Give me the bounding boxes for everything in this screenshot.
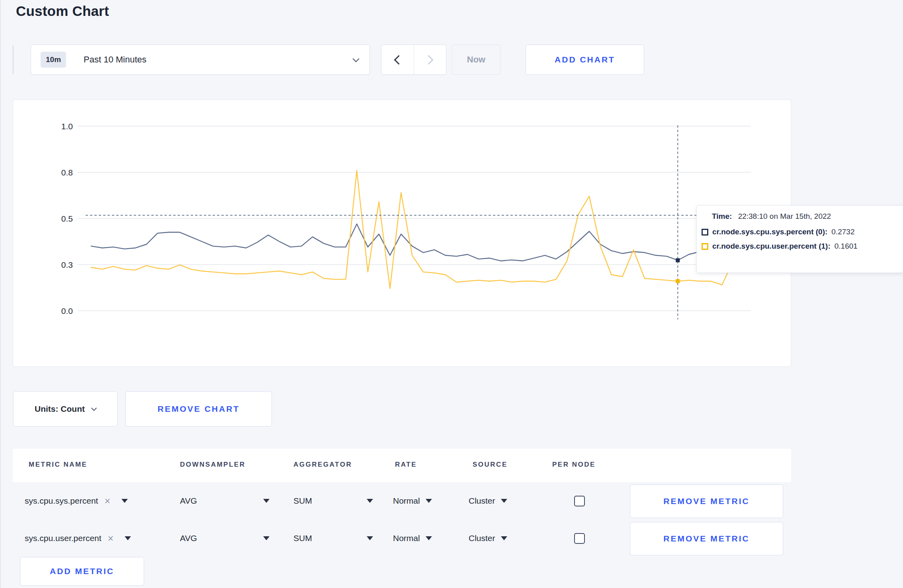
dropdown-caret-icon bbox=[501, 499, 507, 503]
clear-metric-icon[interactable]: × bbox=[104, 495, 110, 507]
chevron-down-icon bbox=[353, 56, 360, 62]
tooltip-time-value: 22:38:10 on Mar 15th, 2022 bbox=[738, 212, 831, 220]
rate-select[interactable]: Normal bbox=[393, 482, 432, 520]
clear-metric-icon[interactable]: × bbox=[108, 533, 114, 544]
downsampler-select[interactable]: AVG bbox=[180, 482, 270, 520]
custom-chart-page: Custom Chart 10m Past 10 Minutes Now ADD… bbox=[0, 0, 903, 588]
col-header-aggregator: AGGREGATOR bbox=[293, 461, 352, 469]
rate-value: Normal bbox=[393, 533, 420, 543]
series-swatch-user-icon bbox=[702, 243, 708, 250]
time-step-buttons bbox=[381, 45, 446, 75]
toolbar-divider bbox=[13, 45, 14, 74]
metric-row: sys.cpu.sys.percent × AVG SUM Normal Clu… bbox=[13, 482, 791, 520]
source-value: Cluster bbox=[469, 533, 495, 543]
units-dropdown[interactable]: Units: Count bbox=[13, 391, 117, 426]
remove-metric-button[interactable]: REMOVE METRIC bbox=[630, 485, 783, 518]
tooltip-series-value: 0.2732 bbox=[831, 228, 854, 236]
chevron-down-icon bbox=[91, 405, 97, 411]
per-node-cell bbox=[574, 482, 585, 520]
tooltip-series-label: cr.node.sys.cpu.sys.percent (0): bbox=[712, 228, 827, 236]
source-select[interactable]: Cluster bbox=[469, 520, 507, 557]
col-header-rate: RATE bbox=[395, 461, 417, 469]
per-node-cell bbox=[574, 520, 585, 557]
dropdown-caret-icon bbox=[121, 499, 128, 503]
dropdown-caret-icon bbox=[426, 499, 432, 503]
downsampler-value: AVG bbox=[180, 496, 197, 506]
remove-chart-button[interactable]: REMOVE CHART bbox=[125, 391, 272, 426]
per-node-checkbox[interactable] bbox=[574, 496, 585, 506]
aggregator-select[interactable]: SUM bbox=[293, 520, 373, 557]
metric-name-select[interactable]: sys.cpu.sys.percent × bbox=[25, 482, 128, 520]
metric-name-value: sys.cpu.user.percent bbox=[25, 533, 102, 543]
col-header-per-node: PER NODE bbox=[552, 461, 596, 469]
cpu-percent-chart[interactable]: 0.00.30.50.81.022:3022:3122:3222:3322:34… bbox=[13, 100, 791, 366]
metric-name-value: sys.cpu.sys.percent bbox=[25, 496, 98, 506]
tooltip-series-label: cr.node.sys.cpu.user.percent (1): bbox=[712, 242, 831, 251]
svg-text:0.8: 0.8 bbox=[61, 168, 73, 177]
series-swatch-sys-icon bbox=[702, 229, 708, 236]
tooltip-series-value: 0.1601 bbox=[835, 242, 858, 251]
page-title: Custom Chart bbox=[16, 3, 109, 19]
source-select[interactable]: Cluster bbox=[469, 482, 507, 520]
dropdown-caret-icon bbox=[263, 499, 270, 503]
tooltip-time-row: Time: 22:38:10 on Mar 15th, 2022 bbox=[702, 212, 898, 221]
dropdown-caret-icon bbox=[367, 536, 373, 540]
dropdown-caret-icon bbox=[125, 536, 131, 540]
col-header-metric-name: METRIC NAME bbox=[29, 461, 87, 469]
chevron-left-icon bbox=[394, 55, 403, 64]
add-metric-button[interactable]: ADD METRIC bbox=[20, 557, 144, 586]
aggregator-select[interactable]: SUM bbox=[293, 482, 373, 520]
tooltip-series-row: cr.node.sys.cpu.user.percent (1): 0.1601 bbox=[702, 242, 898, 251]
dropdown-caret-icon bbox=[263, 536, 270, 540]
dropdown-caret-icon bbox=[501, 536, 507, 540]
metric-name-select[interactable]: sys.cpu.user.percent × bbox=[25, 520, 131, 557]
svg-text:0.0: 0.0 bbox=[61, 306, 73, 315]
col-header-source: SOURCE bbox=[473, 461, 508, 469]
tooltip-time-label: Time: bbox=[712, 212, 732, 220]
units-label: Units: Count bbox=[35, 404, 85, 414]
source-value: Cluster bbox=[469, 496, 495, 506]
metric-row: sys.cpu.user.percent × AVG SUM Normal Cl… bbox=[13, 520, 791, 557]
rate-select[interactable]: Normal bbox=[393, 520, 432, 557]
next-time-button[interactable] bbox=[414, 45, 446, 74]
aggregator-value: SUM bbox=[293, 533, 312, 543]
downsampler-select[interactable]: AVG bbox=[180, 520, 270, 557]
chart-tooltip: Time: 22:38:10 on Mar 15th, 2022 cr.node… bbox=[696, 205, 903, 273]
dropdown-caret-icon bbox=[367, 499, 373, 503]
svg-text:0.5: 0.5 bbox=[61, 214, 73, 223]
svg-text:0.3: 0.3 bbox=[61, 260, 73, 269]
downsampler-value: AVG bbox=[180, 533, 197, 543]
remove-metric-button[interactable]: REMOVE METRIC bbox=[630, 522, 783, 555]
aggregator-value: SUM bbox=[293, 496, 312, 506]
time-range-picker[interactable]: 10m Past 10 Minutes bbox=[31, 45, 370, 75]
dropdown-caret-icon bbox=[426, 536, 432, 540]
tooltip-series-row: cr.node.sys.cpu.sys.percent (0): 0.2732 bbox=[702, 228, 898, 236]
time-range-label: Past 10 Minutes bbox=[84, 55, 354, 65]
chart-panel: 0.00.30.50.81.022:3022:3122:3222:3322:34… bbox=[13, 99, 791, 367]
chevron-right-icon bbox=[424, 55, 434, 64]
time-range-badge: 10m bbox=[41, 52, 66, 68]
svg-text:1.0: 1.0 bbox=[61, 122, 73, 131]
rate-value: Normal bbox=[393, 496, 420, 506]
now-button[interactable]: Now bbox=[452, 45, 500, 75]
col-header-downsampler: DOWNSAMPLER bbox=[180, 461, 245, 469]
prev-time-button[interactable] bbox=[381, 45, 414, 74]
per-node-checkbox[interactable] bbox=[574, 533, 585, 544]
add-chart-button[interactable]: ADD CHART bbox=[526, 45, 644, 75]
metrics-table-header: METRIC NAME DOWNSAMPLER AGGREGATOR RATE … bbox=[13, 449, 791, 482]
